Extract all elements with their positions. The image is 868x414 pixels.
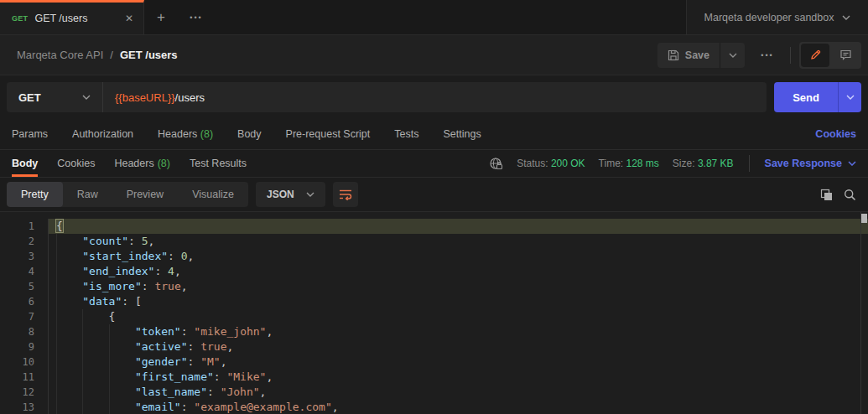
line-content: "data": [ xyxy=(49,294,868,309)
code-line-3: 3"start_index": 0, xyxy=(0,249,868,264)
indent-guide xyxy=(109,385,135,400)
indent-guide xyxy=(82,324,108,339)
environment-selector[interactable]: Marqeta developer sandbox xyxy=(686,0,868,34)
tab-method-badge: GET xyxy=(12,14,28,23)
save-options-dropdown[interactable] xyxy=(720,43,745,68)
request-tab-settings[interactable]: Settings xyxy=(443,128,481,140)
scrollbar-thumb[interactable] xyxy=(861,214,867,223)
language-value: JSON xyxy=(267,189,294,200)
line-content: { xyxy=(49,219,868,234)
method-value: GET xyxy=(18,91,41,104)
divider xyxy=(749,155,750,172)
response-tab-body[interactable]: Body xyxy=(12,150,38,177)
line-content: "last_name": "John", xyxy=(49,385,868,400)
request-tab-body[interactable]: Body xyxy=(237,128,262,140)
breadcrumb: Marqeta Core API / GET /users xyxy=(17,49,657,61)
language-selector[interactable]: JSON xyxy=(256,182,325,207)
scrollbar-track[interactable] xyxy=(860,212,868,414)
request-tab-get-users[interactable]: GET GET /users ✕ xyxy=(0,0,144,34)
response-tab-cookies[interactable]: Cookies xyxy=(57,150,95,177)
view-mode-preview[interactable]: Preview xyxy=(112,182,178,207)
indent-guide xyxy=(56,370,82,385)
tab-bar: GET GET /users ✕ + ••• Marqeta developer… xyxy=(0,0,868,35)
line-number[interactable]: 10 xyxy=(0,354,49,370)
copy-response-button[interactable] xyxy=(814,183,838,206)
indent-guide xyxy=(56,264,82,279)
line-content: "gender": "M", xyxy=(49,354,868,370)
indent-guide xyxy=(109,324,135,339)
tabbar-more-options-icon[interactable]: ••• xyxy=(178,0,215,34)
indent-guide xyxy=(109,339,135,354)
code-line-5: 5"is_more": true, xyxy=(0,279,868,294)
wrap-lines-icon xyxy=(339,189,352,200)
line-content: "token": "mike_john", xyxy=(49,324,868,339)
line-number[interactable]: 6 xyxy=(0,294,49,309)
close-tab-icon[interactable]: ✕ xyxy=(125,13,133,24)
chevron-down-icon xyxy=(848,161,856,166)
search-icon xyxy=(844,189,856,201)
copy-icon xyxy=(820,189,833,201)
response-tab-headers[interactable]: Headers(8) xyxy=(114,150,170,177)
line-number[interactable]: 8 xyxy=(0,324,49,339)
request-tab-tests[interactable]: Tests xyxy=(394,128,418,140)
request-tab-authorization[interactable]: Authorization xyxy=(72,128,133,140)
response-body-editor[interactable]: 1{2"count": 5,3"start_index": 0,4"end_in… xyxy=(0,212,868,414)
breadcrumb-collection[interactable]: Marqeta Core API xyxy=(17,49,103,61)
line-number[interactable]: 9 xyxy=(0,339,49,354)
url-variable: {{baseURL}} xyxy=(115,91,175,104)
network-globe-lock-icon[interactable] xyxy=(489,157,503,171)
code-lines: 1{2"count": 5,3"start_index": 0,4"end_in… xyxy=(0,219,868,414)
active-tab-indicator xyxy=(12,174,38,177)
new-tab-button[interactable]: + xyxy=(144,0,178,34)
divider xyxy=(790,47,791,64)
save-response-button[interactable]: Save Response xyxy=(765,158,856,169)
save-button[interactable]: Save xyxy=(657,43,720,68)
line-number[interactable]: 5 xyxy=(0,279,49,294)
wrap-lines-button[interactable] xyxy=(333,182,358,207)
indent-guide xyxy=(56,354,82,370)
line-number[interactable]: 11 xyxy=(0,370,49,385)
line-content: "first_name": "Mike", xyxy=(49,370,868,385)
send-options-dropdown[interactable] xyxy=(838,82,861,112)
comments-button[interactable] xyxy=(831,44,860,67)
line-number[interactable]: 3 xyxy=(0,249,49,264)
request-tab-params[interactable]: Params xyxy=(12,128,48,140)
line-number[interactable]: 12 xyxy=(0,385,49,400)
line-number[interactable]: 7 xyxy=(0,309,49,324)
line-content: "is_more": true, xyxy=(49,279,868,294)
line-content: "end_index": 4, xyxy=(49,264,868,279)
indent-guide xyxy=(56,279,82,294)
tab-title: GET /users xyxy=(34,13,118,24)
indent-guide xyxy=(56,294,82,309)
request-more-options-icon[interactable]: ••• xyxy=(753,43,782,68)
view-mode-raw[interactable]: Raw xyxy=(63,182,112,207)
edit-mode-button[interactable] xyxy=(801,44,829,67)
line-content: "active": true, xyxy=(49,339,868,354)
line-number[interactable]: 1 xyxy=(0,219,49,234)
code-line-9: 9"active": true, xyxy=(0,339,868,354)
send-button[interactable]: Send xyxy=(774,82,838,112)
method-selector[interactable]: GET xyxy=(7,82,103,112)
request-tabs: ParamsAuthorizationHeaders (8)BodyPre-re… xyxy=(0,119,868,150)
response-meta-area: Status: 200 OKTime: 128 msSize: 3.87 KB … xyxy=(489,150,856,177)
indent-guide xyxy=(109,400,135,414)
url-input[interactable]: {{baseURL}}/users xyxy=(103,82,767,112)
view-mode-visualize[interactable]: Visualize xyxy=(178,182,248,207)
line-number[interactable]: 13 xyxy=(0,400,49,414)
request-tab-headers[interactable]: Headers (8) xyxy=(158,128,213,140)
line-number[interactable]: 4 xyxy=(0,264,49,279)
chevron-down-icon xyxy=(846,95,855,100)
request-tab-pre-request-script[interactable]: Pre-request Script xyxy=(286,128,371,140)
response-tab-test-results[interactable]: Test Results xyxy=(190,150,247,177)
view-mode-pretty[interactable]: Pretty xyxy=(7,182,63,207)
search-response-button[interactable] xyxy=(838,183,861,206)
save-button-label: Save xyxy=(685,49,709,61)
indent-guide xyxy=(82,370,108,385)
view-mode-switcher: PrettyRawPreviewVisualize xyxy=(7,182,248,207)
line-number[interactable]: 2 xyxy=(0,234,49,249)
send-button-label: Send xyxy=(793,91,819,104)
chevron-down-icon xyxy=(729,53,737,58)
cookies-link[interactable]: Cookies xyxy=(815,128,856,140)
postman-window: GET GET /users ✕ + ••• Marqeta developer… xyxy=(0,0,868,414)
line-content: "count": 5, xyxy=(49,234,868,249)
